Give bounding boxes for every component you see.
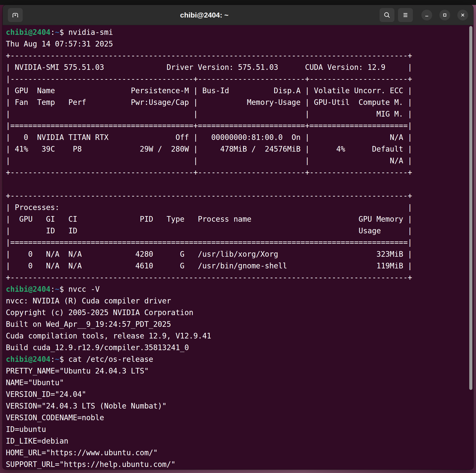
terminal-line: | 0 N/A N/A 4610 G /usr/bin/gnome-shell … <box>6 260 467 272</box>
terminal-line: VERSION="24.04.3 LTS (Noble Numbat)" <box>6 400 467 412</box>
terminal-line <box>6 178 467 190</box>
search-button[interactable] <box>380 8 394 22</box>
terminal-window: chibi@2404: ~ <box>3 5 473 469</box>
terminal-line: | NVIDIA-SMI 575.51.03 Driver Version: 5… <box>6 62 467 73</box>
terminal-line: Cuda compilation tools, release 12.9, V1… <box>6 330 467 342</box>
maximize-button[interactable] <box>439 10 450 20</box>
terminal-line: | Processes: | <box>6 202 467 213</box>
terminal-line: +---------------------------------------… <box>6 190 467 202</box>
terminal-line: |---------------------------------------… <box>6 73 467 85</box>
minimize-button[interactable] <box>421 10 432 20</box>
terminal-line: Build cuda_12.9.r12.9/compiler.35813241_… <box>6 342 467 354</box>
terminal-line: SUPPORT_URL="https://help.ubuntu.com/" <box>6 459 467 469</box>
terminal-line: chibi@2404:~$ nvcc -V <box>6 283 467 295</box>
terminal-output: chibi@2404:~$ nvidia-smiThu Aug 14 07:57… <box>6 27 467 469</box>
terminal-line: ID_LIKE=debian <box>6 435 467 447</box>
new-tab-icon <box>12 11 19 19</box>
window-title: chibi@2404: ~ <box>48 5 361 25</box>
terminal-line: +---------------------------------------… <box>6 272 467 283</box>
terminal-line: HOME_URL="https://www.ubuntu.com/" <box>6 447 467 459</box>
terminal-line: | ID ID Usage | <box>6 225 467 237</box>
terminal-line: Built on Wed_Apr__9_19:24:57_PDT_2025 <box>6 318 467 330</box>
terminal-line: VERSION_CODENAME=noble <box>6 412 467 424</box>
terminal-line: ID=ubuntu <box>6 424 467 435</box>
terminal-line: nvcc: NVIDIA (R) Cuda compiler driver <box>6 295 467 307</box>
terminal-line: | 41% 39C P8 29W / 280W | 478MiB / 24576… <box>6 143 467 155</box>
terminal-line: chibi@2404:~$ cat /etc/os-release <box>6 354 467 365</box>
terminal-line: Thu Aug 14 07:57:31 2025 <box>6 38 467 50</box>
terminal-content[interactable]: chibi@2404:~$ nvidia-smiThu Aug 14 07:57… <box>3 25 473 469</box>
terminal-line: | GPU Name Persistence-M | Bus-Id Disp.A… <box>6 85 467 97</box>
terminal-line: NAME="Ubuntu" <box>6 377 467 389</box>
minimize-icon <box>424 12 430 18</box>
terminal-line: |=======================================… <box>6 120 467 132</box>
new-tab-button[interactable] <box>8 8 23 22</box>
maximize-icon <box>442 12 448 18</box>
close-icon <box>459 12 466 18</box>
titlebar[interactable]: chibi@2404: ~ <box>3 5 473 25</box>
terminal-line: | 0 NVIDIA TITAN RTX Off | 00000000:81:0… <box>6 132 467 143</box>
hamburger-menu-icon <box>402 11 409 19</box>
close-button[interactable] <box>457 10 468 20</box>
terminal-line: +---------------------------------------… <box>6 50 467 62</box>
terminal-line: | | | N/A | <box>6 155 467 167</box>
terminal-line: | 0 N/A N/A 4280 G /usr/lib/xorg/Xorg 32… <box>6 248 467 260</box>
terminal-line: VERSION_ID="24.04" <box>6 389 467 400</box>
terminal-line: | | | MIG M. | <box>6 108 467 120</box>
terminal-line: +---------------------------------------… <box>6 167 467 178</box>
terminal-line: PRETTY_NAME="Ubuntu 24.04.3 LTS" <box>6 365 467 377</box>
terminal-line: chibi@2404:~$ nvidia-smi <box>6 27 467 38</box>
terminal-line: |=======================================… <box>6 237 467 248</box>
terminal-line: | Fan Temp Perf Pwr:Usage/Cap | Memory-U… <box>6 97 467 108</box>
terminal-line: | GPU GI CI PID Type Process name GPU Me… <box>6 213 467 225</box>
search-icon <box>383 11 391 19</box>
terminal-line: Copyright (c) 2005-2025 NVIDIA Corporati… <box>6 307 467 318</box>
scrollbar-thumb[interactable] <box>469 26 472 390</box>
menu-button[interactable] <box>398 8 413 22</box>
